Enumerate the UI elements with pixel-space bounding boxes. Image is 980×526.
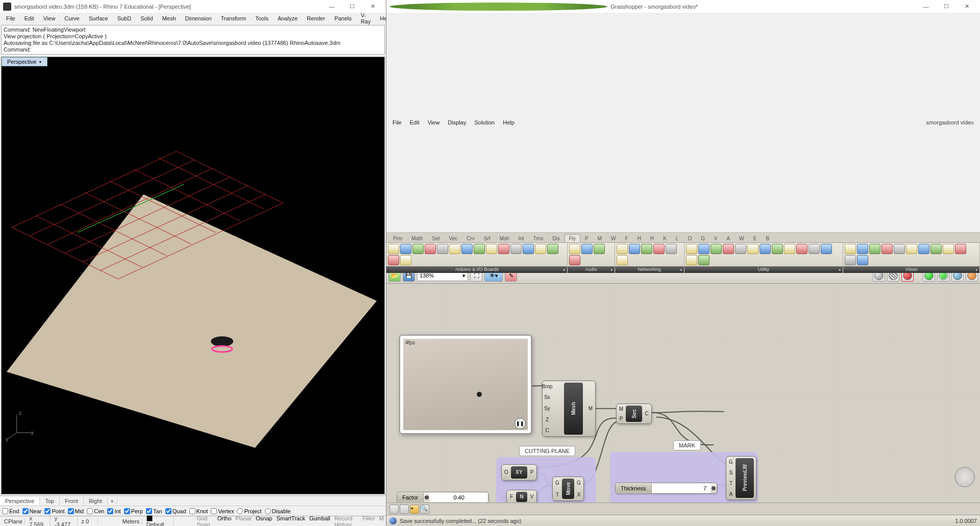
xy-plane-component[interactable]: O XY P	[501, 464, 537, 481]
status-toggle-planar[interactable]: Planar	[233, 515, 254, 527]
ribbon-tool-icon[interactable]	[845, 244, 856, 254]
menu-file[interactable]: File	[388, 118, 406, 127]
status-toggle-m[interactable]: M	[377, 515, 386, 527]
osnap-tan[interactable]: Tan	[146, 508, 162, 514]
gh-tab-h[interactable]: H	[646, 234, 658, 242]
ribbon-tool-icon[interactable]	[388, 244, 399, 254]
osnap-perp[interactable]: Perp	[124, 508, 143, 514]
menu-transform[interactable]: Transform	[217, 14, 251, 22]
port-m[interactable]: M	[619, 406, 623, 412]
menu-subd[interactable]: SubD	[113, 14, 136, 22]
gh-tab-dis[interactable]: Dis	[548, 234, 564, 242]
ribbon-tool-icon[interactable]	[425, 244, 436, 254]
gh-tab-srf[interactable]: Srf	[479, 234, 495, 242]
locate-button[interactable]: 🔍	[420, 505, 429, 514]
gh-tab-prm[interactable]: Prm	[388, 234, 407, 242]
markov-button[interactable]	[400, 505, 409, 514]
ribbon-tool-icon[interactable]	[881, 244, 893, 254]
gh-tab-h[interactable]: H	[633, 234, 646, 242]
ribbon-tool-icon[interactable]	[498, 244, 509, 254]
gh-tab-int[interactable]: Int	[514, 234, 529, 242]
menu-dimension[interactable]: Dimension	[181, 14, 216, 22]
gh-tab-set[interactable]: Set	[428, 234, 445, 242]
ribbon-tool-icon[interactable]	[653, 244, 665, 254]
viewport-tab-top[interactable]: Top	[40, 497, 60, 505]
ribbon-tool-icon[interactable]	[857, 244, 868, 254]
osnap-point[interactable]: Point	[44, 508, 64, 514]
port-sx[interactable]: Sx	[544, 394, 550, 400]
port-c[interactable]: C	[645, 411, 648, 416]
osnap-quad[interactable]: Quad	[165, 508, 186, 514]
ribbon-tool-icon[interactable]	[388, 255, 399, 265]
video-capture-component[interactable]: 4fps ❚❚	[399, 335, 532, 434]
gh-tab-w[interactable]: W	[606, 234, 620, 242]
ribbon-group-vision[interactable]: Vision	[843, 266, 979, 273]
status-toggle-smarttrack[interactable]: SmartTrack	[274, 515, 307, 527]
ribbon-tool-icon[interactable]	[581, 244, 593, 254]
ribbon-tool-icon[interactable]	[617, 244, 628, 254]
add-button[interactable]: +	[410, 505, 419, 514]
gh-category-tabs[interactable]: PrmMathSetVecCrvSrfMshIntTrnsDisFlyPMWFH…	[386, 233, 980, 243]
gh-canvas[interactable]: 4fps ❚❚ BmpSxSyZC Mesh M MP Sec C CUTTIN…	[386, 284, 980, 503]
menu-mesh[interactable]: Mesh	[158, 14, 180, 22]
osnap-project[interactable]: Project	[237, 508, 261, 514]
osnap-int[interactable]: Int	[107, 508, 120, 514]
gh-tab-a[interactable]: A	[722, 234, 735, 242]
port-x[interactable]: X	[577, 492, 581, 497]
menu-panels[interactable]: Panels	[330, 14, 356, 22]
viewport[interactable]: Perspective ▼	[1, 57, 385, 494]
menu-view[interactable]: View	[424, 118, 444, 127]
ribbon-group-utility[interactable]: Utility	[684, 266, 843, 273]
status-toggle-record-history[interactable]: Record History	[332, 515, 361, 527]
menu-edit[interactable]: Edit	[406, 118, 424, 127]
mesh-component[interactable]: BmpSxSyZC Mesh M	[542, 381, 596, 437]
gh-tab-math[interactable]: Math	[407, 234, 427, 242]
command-history[interactable]: Command: NewFloatingViewport View projec…	[1, 25, 385, 55]
viewport-label[interactable]: Perspective ▼	[2, 57, 47, 66]
gh-tab-trns[interactable]: Trns	[529, 234, 548, 242]
menu-view[interactable]: View	[39, 14, 60, 22]
menu-curve[interactable]: Curve	[60, 14, 83, 22]
port-z[interactable]: Z	[546, 417, 549, 422]
move-component[interactable]: GT Move GX	[552, 477, 584, 501]
gh-tab-f[interactable]: F	[621, 234, 633, 242]
osnap-disable[interactable]: Disable	[265, 508, 291, 514]
ribbon-tool-icon[interactable]	[510, 244, 522, 254]
preview-lineweight-component[interactable]: GSTA PreviewLW	[726, 456, 756, 500]
ribbon-tool-icon[interactable]	[535, 244, 546, 254]
gh-doc-name[interactable]: smorgasbord video	[922, 118, 978, 127]
maximize-button[interactable]: ☐	[936, 0, 957, 13]
port-p[interactable]: P	[620, 416, 623, 421]
close-button[interactable]: ✕	[957, 0, 977, 13]
menu-help[interactable]: Help	[499, 118, 519, 127]
ribbon-tool-icon[interactable]	[784, 244, 795, 254]
add-viewport-button[interactable]: +	[108, 497, 117, 505]
gh-tab-b[interactable]: B	[761, 234, 774, 242]
ribbon-tool-icon[interactable]	[641, 244, 652, 254]
gh-tab-k[interactable]: K	[658, 234, 671, 242]
ribbon-tool-icon[interactable]	[449, 244, 460, 254]
menu-analyze[interactable]: Analyze	[274, 14, 302, 22]
pause-icon[interactable]: ❚❚	[514, 418, 526, 429]
menu-solution[interactable]: Solution	[470, 118, 499, 127]
ribbon-tool-icon[interactable]	[686, 255, 697, 265]
status-layer[interactable]: Default	[142, 515, 175, 526]
ribbon-tool-icon[interactable]	[894, 244, 905, 254]
ribbon-tool-icon[interactable]	[723, 244, 734, 254]
gh-tab-vec[interactable]: Vec	[445, 234, 462, 242]
gh-tab-g[interactable]: G	[696, 234, 709, 242]
viewport-tabs[interactable]: PerspectiveTopFrontRight+	[0, 495, 386, 506]
ribbon-tool-icon[interactable]	[523, 244, 534, 254]
ribbon-tool-icon[interactable]	[698, 255, 709, 265]
osnap-near[interactable]: Near	[22, 508, 42, 514]
ribbon-tool-icon[interactable]	[869, 244, 880, 254]
gh-tab-msh[interactable]: Msh	[495, 234, 514, 242]
section-component[interactable]: MP Sec C	[616, 404, 652, 424]
menu-solid[interactable]: Solid	[136, 14, 157, 22]
ribbon-tool-icon[interactable]	[698, 244, 709, 254]
ribbon-tool-icon[interactable]	[486, 244, 497, 254]
ribbon-tool-icon[interactable]	[735, 244, 746, 254]
viewport-tab-front[interactable]: Front	[60, 497, 84, 505]
ribbon-tool-icon[interactable]	[710, 244, 722, 254]
port-t[interactable]: T	[729, 481, 732, 486]
